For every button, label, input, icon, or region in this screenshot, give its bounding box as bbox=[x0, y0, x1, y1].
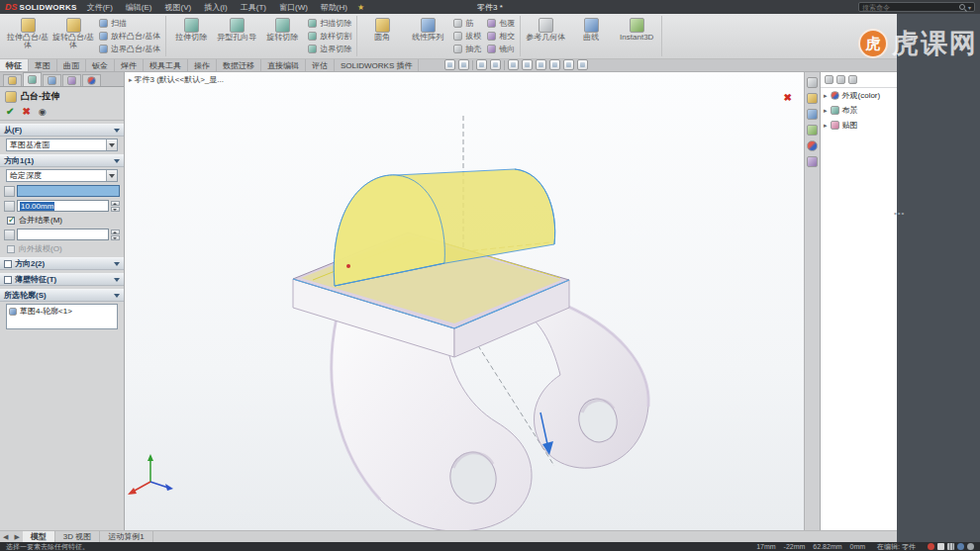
zoom-icon[interactable] bbox=[957, 543, 964, 550]
merge-result-row[interactable]: 合并结果(M) bbox=[7, 215, 117, 226]
ok-button[interactable]: ✔ bbox=[6, 106, 14, 117]
thin-feature-checkbox[interactable] bbox=[4, 276, 12, 284]
menu-edit[interactable]: 编辑(E) bbox=[123, 2, 155, 13]
revolve-cut-button[interactable]: 旋转切除 bbox=[259, 16, 305, 56]
tab-sketch[interactable]: 草图 bbox=[29, 59, 57, 71]
detailed-preview-button[interactable]: ◉ bbox=[39, 107, 47, 117]
mirror-button[interactable]: 镜向 bbox=[487, 44, 515, 54]
appearances-scenes-icon[interactable] bbox=[807, 140, 818, 151]
swept-cut-button[interactable]: 扫描切除 bbox=[308, 18, 351, 29]
expand-icon[interactable]: ▸ bbox=[824, 107, 828, 115]
pin-icon[interactable] bbox=[848, 75, 857, 84]
list-item[interactable]: 草图4-轮廓<1> bbox=[9, 306, 115, 317]
view-palette-icon[interactable] bbox=[807, 125, 818, 136]
linear-pattern-button[interactable]: 线性阵列 bbox=[405, 16, 450, 56]
expand-icon[interactable]: ▸ bbox=[824, 122, 828, 130]
tab-data-migration[interactable]: 数据迁移 bbox=[217, 59, 261, 71]
menu-insert[interactable]: 插入(I) bbox=[201, 2, 231, 13]
spin-up-icon[interactable] bbox=[111, 230, 120, 234]
tab-motion-study[interactable]: 运动算例1 bbox=[100, 531, 152, 542]
fillet-button[interactable]: 圆角 bbox=[359, 16, 405, 56]
cancel-button[interactable]: ✖ bbox=[22, 106, 30, 117]
swept-boss-button[interactable]: 扫描 bbox=[99, 18, 160, 29]
tab-operations[interactable]: 操作 bbox=[188, 59, 217, 71]
lofted-boss-button[interactable]: 放样凸台/基体 bbox=[99, 31, 160, 42]
tab-features[interactable]: 特征 bbox=[0, 59, 29, 71]
graphics-viewport[interactable]: ▸ 零件3 (默认<<默认>_显... ✖ bbox=[125, 72, 804, 530]
draft-angle-stepper[interactable] bbox=[111, 230, 120, 240]
display-manager-tab[interactable] bbox=[82, 74, 101, 86]
display-style-icon[interactable] bbox=[522, 59, 533, 70]
draft-button[interactable]: 拔模 bbox=[453, 31, 481, 42]
feature-tree-tab[interactable] bbox=[3, 74, 22, 86]
splitter-dots-icon[interactable] bbox=[894, 209, 905, 218]
layout-icon[interactable] bbox=[937, 543, 944, 550]
menu-file[interactable]: 文件(F) bbox=[84, 2, 116, 13]
merge-result-checkbox[interactable] bbox=[7, 217, 15, 225]
section-from[interactable]: 从(F) bbox=[0, 124, 124, 137]
tab-3d-views[interactable]: 3D 视图 bbox=[55, 531, 100, 542]
tab-direct-editing[interactable]: 直接编辑 bbox=[261, 59, 306, 71]
reference-geometry-button[interactable]: 参考几何体 bbox=[523, 16, 568, 56]
from-condition-dropdown[interactable]: 草图基准面 bbox=[6, 138, 118, 151]
tab-evaluate[interactable]: 评估 bbox=[306, 59, 335, 71]
tab-scroll-left-icon[interactable]: ◀ bbox=[0, 533, 11, 541]
direction2-checkbox[interactable] bbox=[4, 260, 12, 268]
end-condition-dropdown[interactable]: 给定深度 bbox=[6, 169, 118, 182]
direction-reference-field[interactable] bbox=[17, 185, 120, 197]
menu-window[interactable]: 窗口(W) bbox=[276, 2, 311, 13]
tab-mold-tools[interactable]: 模具工具 bbox=[144, 59, 188, 71]
custom-properties-icon[interactable] bbox=[807, 156, 818, 167]
tree-item-appearances[interactable]: ▸ 外观(color) bbox=[821, 88, 897, 103]
search-input[interactable] bbox=[862, 4, 956, 11]
grid-icon[interactable] bbox=[947, 543, 954, 550]
depth-stepper[interactable] bbox=[111, 201, 120, 212]
zoom-fit-icon[interactable] bbox=[444, 59, 455, 70]
section-selected-contours[interactable]: 所选轮廓(S) bbox=[0, 289, 124, 302]
zoom-area-icon[interactable] bbox=[458, 59, 469, 70]
menu-tools[interactable]: 工具(T) bbox=[238, 2, 269, 13]
instant3d-button[interactable]: Instant3D bbox=[614, 16, 659, 56]
intersect-button[interactable]: 相交 bbox=[487, 31, 515, 42]
menu-view[interactable]: 视图(V) bbox=[162, 2, 195, 13]
back-icon[interactable] bbox=[825, 75, 833, 84]
draft-outward-checkbox[interactable] bbox=[7, 245, 15, 253]
dropdown-arrow-icon[interactable] bbox=[106, 170, 117, 181]
previous-view-icon[interactable] bbox=[476, 59, 487, 70]
model-3d[interactable] bbox=[125, 72, 804, 530]
apply-scene-icon[interactable] bbox=[563, 59, 574, 70]
tree-item-scenes[interactable]: ▸ 布景 bbox=[821, 103, 897, 118]
tree-item-decals[interactable]: ▸ 贴图 bbox=[821, 118, 897, 133]
settings-icon[interactable] bbox=[967, 543, 974, 550]
search-dropdown-icon[interactable]: ▾ bbox=[968, 4, 971, 11]
hole-wizard-button[interactable]: 异型孔向导 bbox=[214, 16, 259, 56]
depth-input[interactable]: 10.00mm bbox=[17, 200, 109, 212]
boundary-boss-button[interactable]: 边界凸台/基体 bbox=[99, 44, 160, 54]
tab-surfaces[interactable]: 曲面 bbox=[57, 59, 86, 71]
file-explorer-icon[interactable] bbox=[807, 109, 818, 120]
record-icon[interactable] bbox=[928, 543, 934, 550]
dropdown-arrow-icon[interactable] bbox=[106, 139, 117, 150]
view-orientation-icon[interactable] bbox=[508, 59, 519, 70]
command-search[interactable]: ▾ bbox=[858, 2, 975, 12]
shell-button[interactable]: 抽壳 bbox=[453, 44, 481, 54]
edit-appearance-icon[interactable] bbox=[549, 59, 560, 70]
boundary-cut-button[interactable]: 边界切除 bbox=[308, 44, 351, 54]
tab-scroll-right-icon[interactable]: ▶ bbox=[11, 533, 22, 541]
tab-sheet-metal[interactable]: 钣金 bbox=[86, 59, 115, 71]
section-thin-feature[interactable]: 薄壁特征(T) bbox=[0, 273, 124, 286]
rib-button[interactable]: 筋 bbox=[453, 18, 481, 29]
extrude-boss-button[interactable]: 拉伸凸台/基体 bbox=[5, 16, 50, 56]
hide-show-items-icon[interactable] bbox=[536, 59, 546, 70]
section-direction2[interactable]: 方向2(2) bbox=[0, 257, 124, 270]
curves-button[interactable]: 曲线 bbox=[568, 16, 614, 56]
spin-down-icon[interactable] bbox=[111, 207, 120, 212]
design-library-icon[interactable] bbox=[807, 93, 818, 104]
dimxpert-manager-tab[interactable] bbox=[62, 74, 81, 86]
tab-weldments[interactable]: 焊件 bbox=[115, 59, 144, 71]
spin-up-icon[interactable] bbox=[111, 201, 120, 206]
section-direction1[interactable]: 方向1(1) bbox=[0, 154, 124, 167]
tab-model[interactable]: 模型 bbox=[23, 531, 55, 542]
home-icon[interactable] bbox=[836, 75, 845, 84]
expand-icon[interactable]: ▸ bbox=[824, 92, 828, 100]
